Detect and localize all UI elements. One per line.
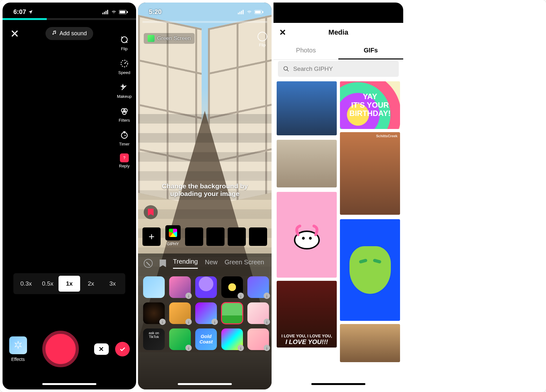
home-indicator[interactable] [311, 383, 365, 385]
home-indicator[interactable] [42, 383, 96, 385]
svg-rect-6 [127, 11, 128, 13]
green-screen-swatch-icon [148, 35, 155, 42]
giphy-logo-icon [165, 225, 181, 240]
cellular-icon [102, 10, 109, 14]
download-icon: ↓ [264, 319, 270, 325]
record-progress [142, 21, 267, 23]
search-input[interactable]: Search GIPHY [278, 61, 399, 77]
effect-tile[interactable] [143, 276, 165, 298]
delete-last-clip-button[interactable]: ✕ [94, 343, 109, 355]
download-icon: ↓ [185, 319, 192, 325]
gif-tile[interactable] [277, 351, 337, 386]
timer-button[interactable]: Timer [119, 130, 130, 146]
tab-photos[interactable]: Photos [273, 42, 338, 59]
close-button[interactable]: ✕ [279, 28, 286, 37]
tab-green-screen[interactable]: Green Screen [225, 259, 264, 268]
media-slot[interactable] [249, 227, 267, 246]
speed-2x[interactable]: 2x [80, 276, 102, 292]
media-slot[interactable] [228, 227, 246, 246]
download-icon: ↓ [185, 293, 192, 299]
filters-button[interactable]: Filters [119, 106, 130, 123]
media-slot[interactable] [185, 227, 203, 246]
effect-tile-upload-selected[interactable] [221, 302, 243, 324]
record-button[interactable] [42, 331, 79, 367]
makeup-button[interactable]: Makeup [117, 82, 132, 99]
download-icon: ↓ [185, 345, 192, 351]
effect-tile[interactable]: ↓ [195, 302, 217, 324]
gif-tile[interactable] [277, 192, 337, 278]
effect-tile[interactable]: ↓ [221, 328, 243, 350]
svg-rect-13 [238, 13, 239, 14]
upload-media-button[interactable]: + [142, 227, 161, 246]
effect-tile[interactable]: ↓ [221, 276, 243, 298]
svg-rect-16 [243, 10, 244, 14]
gif-tile[interactable]: YAY IT'S YOUR BIRTHDAY! [340, 81, 400, 129]
search-placeholder: Search GIPHY [293, 65, 333, 72]
battery-icon [119, 10, 128, 14]
svg-rect-18 [255, 11, 261, 13]
speed-1x[interactable]: 1x [59, 276, 80, 292]
tab-gifs[interactable]: GIFs [338, 42, 403, 59]
done-button[interactable] [115, 342, 130, 356]
effects-button[interactable]: Effects [9, 336, 27, 362]
svg-rect-14 [239, 12, 240, 14]
svg-point-20 [284, 67, 288, 71]
effect-tile-gold-coast[interactable]: Gold Coast [195, 328, 217, 350]
speed-button[interactable]: Speed [118, 58, 130, 75]
tab-trending[interactable]: Trending [173, 258, 198, 269]
filters-icon [119, 106, 130, 117]
gif-tile[interactable] [340, 324, 400, 362]
music-note-icon [52, 30, 57, 37]
sparkle-wand-icon [119, 82, 130, 93]
download-icon: ↓ [159, 319, 166, 325]
media-slot[interactable] [206, 227, 225, 246]
effect-name-pill[interactable]: Green Screen [144, 33, 195, 44]
gif-tile[interactable]: SchittsCreek [340, 132, 400, 215]
no-effect-button[interactable] [144, 259, 153, 268]
effect-tile[interactable]: ↓ [247, 302, 269, 324]
camera-peek [273, 3, 403, 23]
reply-button[interactable]: ? Reply [119, 153, 129, 168]
svg-rect-1 [104, 12, 105, 14]
gif-tile[interactable] [340, 219, 400, 321]
bookmark-effect-button[interactable] [144, 205, 158, 219]
download-icon: ↓ [238, 345, 244, 351]
effect-tile[interactable]: ↓ [247, 328, 269, 350]
flip-icon [119, 34, 130, 45]
tab-new[interactable]: New [205, 259, 218, 268]
gif-tile[interactable] [277, 140, 337, 187]
svg-rect-3 [107, 10, 108, 14]
flip-button[interactable]: Flip [258, 32, 267, 47]
download-icon: ↓ [211, 319, 218, 325]
download-icon: ↓ [238, 293, 244, 299]
cellular-icon [238, 10, 244, 14]
status-time: 6:07 [13, 8, 26, 16]
gif-tile[interactable]: I LOVE YOU, I LOVE YOU, I LOVE YOU!!! [277, 281, 337, 348]
speed-0-5x[interactable]: 0.5x [37, 276, 59, 292]
flip-button[interactable]: Flip [119, 34, 130, 51]
giphy-source-button[interactable]: GIPHY [164, 225, 182, 248]
media-title: Media [328, 28, 348, 37]
home-indicator[interactable] [178, 383, 232, 385]
reply-icon: ? [120, 153, 129, 162]
effect-tile[interactable]: ↓ [143, 302, 165, 324]
svg-rect-0 [102, 13, 103, 14]
speed-3x[interactable]: 3x [102, 276, 123, 292]
effects-grid: ↓ ↓ ↓ ↓ ↓ ↓ ↓ ask on TikTok ↓ Gold Coast… [138, 273, 272, 389]
effect-tile[interactable]: ↓ [169, 302, 191, 324]
effect-tile[interactable]: ↓ [169, 328, 191, 350]
effect-tile-ask-tiktok[interactable]: ask on TikTok [143, 328, 165, 350]
wifi-icon [246, 10, 252, 14]
upload-hint-text: Change the background by uploading your … [138, 182, 272, 198]
add-sound-button[interactable]: Add sound [45, 27, 93, 40]
timer-icon [119, 130, 130, 140]
close-button[interactable]: ✕ [10, 28, 19, 39]
speed-selector[interactable]: 0.3x 0.5x 1x 2x 3x [13, 273, 125, 294]
gif-grid: I LOVE YOU, I LOVE YOU, I LOVE YOU!!! YA… [277, 81, 400, 389]
speed-0-3x[interactable]: 0.3x [15, 276, 37, 292]
effect-tile[interactable]: ↓ [247, 276, 269, 298]
effect-tile[interactable]: ↓ [169, 276, 191, 298]
saved-effects-tab[interactable] [160, 260, 166, 267]
effect-tile[interactable] [195, 276, 217, 298]
gif-tile[interactable] [277, 81, 337, 135]
